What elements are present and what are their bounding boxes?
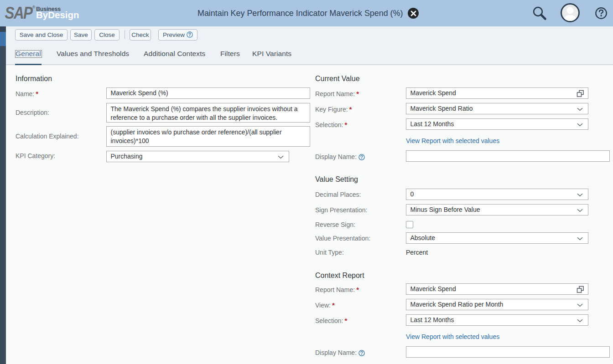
- svg-text:®: ®: [32, 5, 36, 10]
- svg-text:SAP: SAP: [5, 4, 33, 22]
- svg-text:ByDesign: ByDesign: [36, 10, 79, 20]
